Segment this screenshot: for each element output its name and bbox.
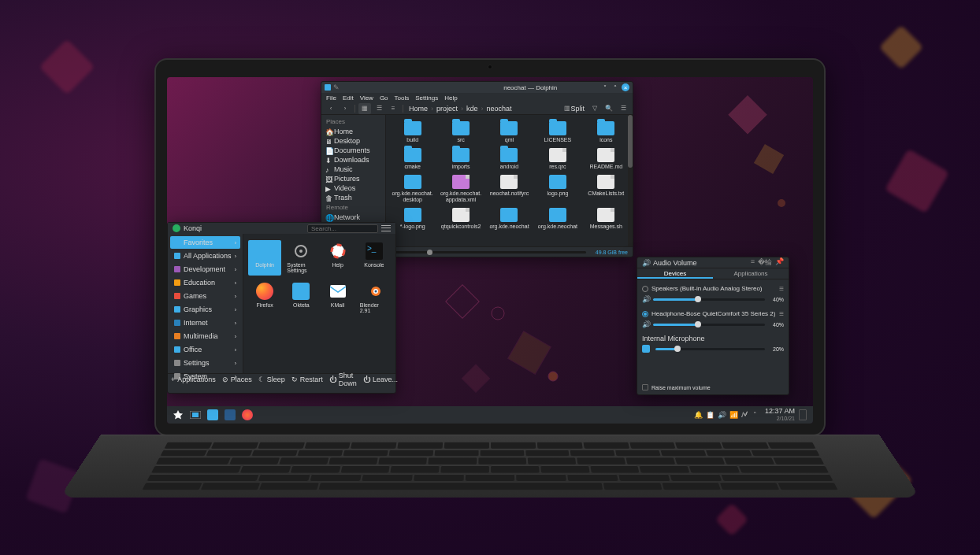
back-button[interactable]: ‹ xyxy=(325,103,337,114)
footer-leave---[interactable]: ⏻Leave... xyxy=(363,376,398,383)
file-item[interactable]: cmake xyxy=(389,146,436,172)
task-virtual-desktops[interactable] xyxy=(187,408,203,422)
file-item[interactable]: LICENSES xyxy=(534,120,581,145)
category-graphics[interactable]: Graphics› xyxy=(170,303,240,316)
hamburger-icon[interactable] xyxy=(381,224,391,232)
split-button[interactable]: ▥ Split xyxy=(562,103,587,114)
mic-icon[interactable] xyxy=(642,345,650,353)
place-music[interactable]: ♪Music xyxy=(323,165,384,174)
mic-slider[interactable] xyxy=(655,348,765,350)
tray-battery-icon[interactable]: 🗲 xyxy=(741,411,749,419)
show-desktop-button[interactable] xyxy=(799,409,807,420)
file-item[interactable]: CMakeLists.txt xyxy=(583,173,629,205)
mute-icon-1[interactable]: 🔊 xyxy=(642,320,650,328)
footer-shut-down[interactable]: ⏻Shut Down xyxy=(329,372,357,387)
search-field[interactable] xyxy=(307,224,378,233)
search-input[interactable] xyxy=(311,225,374,232)
footer-sleep[interactable]: ☾Sleep xyxy=(258,376,285,383)
view-icons-button[interactable]: ▦ xyxy=(358,103,371,114)
category-favorites[interactable]: Favorites› xyxy=(170,236,240,249)
menu-view[interactable]: View xyxy=(360,94,373,102)
device-radio-0[interactable] xyxy=(642,286,648,292)
file-item[interactable]: res.qrc xyxy=(534,146,581,172)
tray-notifications-icon[interactable]: 🔔 xyxy=(694,411,702,419)
tab-applications[interactable]: Applications xyxy=(713,268,789,279)
zoom-slider[interactable] xyxy=(387,251,586,253)
tray-clipboard-icon[interactable]: 📋 xyxy=(706,411,714,419)
app-system-settings[interactable]: System Settings xyxy=(284,240,317,276)
file-item[interactable]: logo.png xyxy=(534,173,581,205)
bc-home[interactable]: Home xyxy=(406,104,430,113)
app-konsole[interactable]: >_Konsole xyxy=(358,240,391,276)
tray-chevron-icon[interactable]: ˄ xyxy=(753,411,761,419)
category-internet[interactable]: Internet› xyxy=(170,316,240,329)
footer-applications[interactable]: +Applications xyxy=(171,376,216,383)
tray-network-icon[interactable]: 📶 xyxy=(729,411,737,419)
launcher-button[interactable] xyxy=(170,408,186,422)
place-pictures[interactable]: 🖼Pictures xyxy=(323,174,384,183)
place-videos[interactable]: ▶Videos xyxy=(323,183,384,193)
app-firefox[interactable]: Firefox xyxy=(248,280,281,316)
file-item[interactable]: icons xyxy=(583,120,629,145)
file-item[interactable]: org.kde.neochat.appdata.xml xyxy=(437,173,484,205)
category-multimedia[interactable]: Multimedia› xyxy=(170,330,240,342)
bc-neochat[interactable]: neochat xyxy=(484,104,514,113)
bc-kde[interactable]: kde xyxy=(464,104,481,113)
category-education[interactable]: Education› xyxy=(170,276,240,289)
list-icon[interactable]: ≡ xyxy=(751,257,755,268)
volume-slider-0[interactable] xyxy=(653,298,765,301)
device-menu-0[interactable]: ≡ xyxy=(779,284,784,293)
file-item[interactable]: src xyxy=(437,120,484,145)
place-documents[interactable]: 📄Documents xyxy=(323,146,384,155)
category-settings[interactable]: Settings› xyxy=(170,357,240,369)
bc-project[interactable]: project xyxy=(434,104,460,113)
place-home[interactable]: 🏠Home xyxy=(323,127,384,136)
app-dolphin[interactable]: Dolphin xyxy=(248,240,281,276)
footer-restart[interactable]: ↻Restart xyxy=(291,376,323,383)
forward-button[interactable]: › xyxy=(339,103,351,114)
app-help[interactable]: Help xyxy=(321,240,355,276)
tab-devices[interactable]: Devices xyxy=(637,268,713,279)
file-item[interactable]: org.kde.neochat.desktop xyxy=(389,173,436,205)
file-item[interactable]: qtquickcontrols2 xyxy=(437,206,484,231)
dolphin-titlebar[interactable]: ✎ neochat — Dolphin ˅ ˄ × xyxy=(321,82,633,93)
menu-settings[interactable]: Settings xyxy=(415,94,438,102)
file-item[interactable]: android xyxy=(486,146,533,172)
pin-icon[interactable]: 📌 xyxy=(775,257,784,268)
close-button[interactable]: × xyxy=(622,83,629,91)
app-kmail[interactable]: KMail xyxy=(321,280,355,316)
maximize-button[interactable]: ˄ xyxy=(611,83,619,91)
app-okteta[interactable]: Okteta xyxy=(284,280,317,316)
raise-checkbox[interactable] xyxy=(642,384,648,390)
volume-slider-1[interactable] xyxy=(653,324,765,326)
app-blender-2.91[interactable]: Blender 2.91 xyxy=(358,280,391,316)
place-downloads[interactable]: ⬇Downloads xyxy=(323,155,384,165)
config-icon[interactable]: �輪 xyxy=(758,257,772,268)
view-details-button[interactable]: ≡ xyxy=(387,103,399,114)
file-item[interactable]: qml xyxy=(486,120,533,145)
view-compact-button[interactable]: ☰ xyxy=(373,103,385,114)
place-desktop[interactable]: 🖥Desktop xyxy=(323,136,384,146)
category-development[interactable]: Development› xyxy=(170,263,240,276)
scrollbar[interactable] xyxy=(628,115,633,246)
tray-volume-icon[interactable]: 🔊 xyxy=(718,411,726,419)
place-network[interactable]: 🌐Network xyxy=(323,213,384,222)
file-view[interactable]: buildsrcqmlLICENSESiconscmakeimportsandr… xyxy=(386,115,633,246)
menu-tools[interactable]: Tools xyxy=(395,94,410,102)
file-item[interactable]: neochat.notifyrc xyxy=(486,173,533,205)
device-menu-1[interactable]: ≡ xyxy=(779,309,784,318)
task-dolphin[interactable] xyxy=(205,408,221,422)
menu-help[interactable]: Help xyxy=(444,94,457,102)
category-office[interactable]: Office› xyxy=(170,343,240,356)
category-all-applications[interactable]: All Applications› xyxy=(170,250,240,262)
menu-file[interactable]: File xyxy=(326,94,336,102)
device-radio-1[interactable] xyxy=(642,311,648,317)
minimize-button[interactable]: ˅ xyxy=(601,83,609,91)
task-settings[interactable] xyxy=(222,408,238,422)
footer-places[interactable]: ⊘Places xyxy=(222,376,252,383)
file-item[interactable]: build xyxy=(389,120,436,145)
filter-button[interactable]: ▽ xyxy=(588,103,601,114)
file-item[interactable]: Messages.sh xyxy=(583,206,629,231)
search-button[interactable]: 🔍 xyxy=(603,103,615,114)
menu-go[interactable]: Go xyxy=(380,94,388,102)
